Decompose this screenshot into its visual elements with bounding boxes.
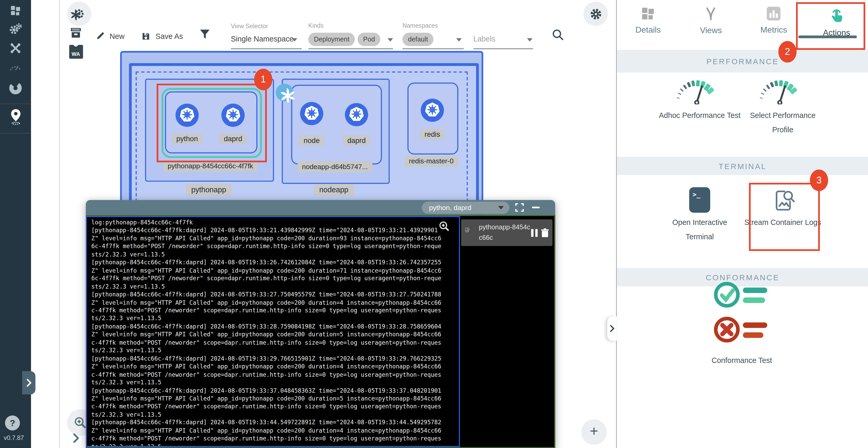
view-selector-value[interactable]: Single Namespace <box>231 35 293 43</box>
conformance-test-action[interactable] <box>711 279 772 349</box>
version-label: v0.7.87 <box>4 435 24 441</box>
pod-name-label: nodeapp-d64b5747... <box>298 161 372 172</box>
namespace-chip-default[interactable]: default <box>402 33 433 46</box>
location-pin-icon[interactable] <box>8 109 23 124</box>
terminal-body: log:pythonapp-8454cc66c-4f7fk [pythonapp… <box>86 215 555 448</box>
right-panel: Details Views Metrics Actions <box>616 0 868 448</box>
container-select[interactable]: python, daprd <box>422 202 509 214</box>
add-node-button[interactable]: + <box>581 419 607 445</box>
action-label[interactable]: Conformance Test <box>700 354 783 368</box>
action-label[interactable]: Adhoc Performance Test <box>658 109 741 123</box>
namespaces-underline <box>402 48 464 49</box>
tab-views[interactable]: Views <box>680 0 742 49</box>
filter-icon[interactable] <box>199 28 211 42</box>
wasm-icon[interactable]: WA <box>68 44 84 59</box>
section-header-terminal: TERMINAL <box>617 157 868 175</box>
chevron-down-icon[interactable] <box>388 38 393 41</box>
log-terminal-window: python, daprd log:pythonapp-8454cc66c-4f… <box>86 200 555 448</box>
kubernetes-container-icon[interactable] <box>344 102 369 127</box>
stream-logs-icon <box>464 227 475 238</box>
app-root: ? v0.7.87 WA New <box>0 0 868 448</box>
log-stream-list: pythonapp-8454cc66c <box>460 216 554 447</box>
fullscreen-icon[interactable] <box>515 203 524 214</box>
chevron-down-icon[interactable] <box>292 38 297 41</box>
gear-icon <box>589 7 602 20</box>
open-interactive-terminal-action[interactable]: >_ <box>689 187 710 213</box>
kubernetes-container-icon[interactable] <box>300 101 324 126</box>
minimize-icon[interactable] <box>532 207 540 208</box>
deployment-pythonapp[interactable]: python daprd pythonapp-8454cc66c-4f7fk <box>145 79 274 182</box>
container-select-value: python, daprd <box>429 204 471 211</box>
dapr-sidecar-icon <box>275 83 294 102</box>
save-as-button[interactable]: Save As <box>141 31 183 41</box>
save-icon <box>141 31 150 41</box>
lifecycle-gears-icon[interactable] <box>8 21 23 36</box>
settings-button[interactable] <box>584 2 608 26</box>
section-header-performance: PERFORMANCE <box>617 50 868 72</box>
performance-speedometer-icon[interactable] <box>8 59 23 74</box>
help-button[interactable]: ? <box>5 415 20 430</box>
kind-chip-deployment[interactable]: Deployment <box>308 33 355 46</box>
pencil-icon <box>96 32 104 40</box>
mesh-pie-icon[interactable] <box>8 80 23 96</box>
chevron-down-icon[interactable] <box>527 38 532 41</box>
stream-name: pythonapp-8454cc66c <box>479 222 531 243</box>
wasm-label: WA <box>72 51 80 57</box>
annotation-badge-2: 2 <box>778 41 797 63</box>
log-output[interactable]: log:pythonapp-8454cc66c-4f7fk [pythonapp… <box>86 216 460 447</box>
container-label: daprd <box>343 135 370 146</box>
kubernetes-container-icon[interactable] <box>420 98 444 122</box>
action-label[interactable]: Select Performance Profile <box>741 109 824 138</box>
pause-icon[interactable] <box>531 229 538 237</box>
view-selector-underline <box>231 48 302 49</box>
labels-filter[interactable]: Labels <box>473 35 495 43</box>
kinds-label: Kinds <box>308 22 323 29</box>
toolkit-icon[interactable] <box>8 40 23 56</box>
tab-metrics[interactable]: Metrics <box>742 0 805 49</box>
sidebar-expand-handle[interactable] <box>22 371 35 394</box>
pod-name-label: redis-master-0 <box>404 156 458 167</box>
help-label: ? <box>10 418 15 428</box>
sidebar-divider <box>0 133 31 133</box>
views-branch-icon <box>704 6 718 21</box>
primary-sidebar: ? v0.7.87 <box>0 0 31 448</box>
kinds-underline <box>308 48 393 49</box>
kind-chip-pod[interactable]: Pod <box>358 33 381 46</box>
archive-components-icon[interactable] <box>68 25 84 40</box>
annotation-box-3 <box>749 183 820 251</box>
tab-label: Metrics <box>760 25 787 34</box>
save-as-label: Save As <box>156 32 183 40</box>
canvas-area: New Save As View Selector Single Namespa… <box>59 0 616 448</box>
details-grid-icon <box>641 6 655 20</box>
tab-label: Details <box>636 25 661 34</box>
gauge-icon <box>675 78 724 108</box>
deployment-nodeapp[interactable]: node daprd nodeapp-d64b5747... <box>282 79 390 184</box>
namespaces-label: Namespaces <box>402 22 438 29</box>
deployment-label: pythonapp <box>186 183 231 196</box>
new-button[interactable]: New <box>96 31 124 41</box>
chevron-down-icon[interactable] <box>456 38 462 41</box>
labels-underline <box>473 48 533 49</box>
chevron-down-icon <box>498 206 504 209</box>
panel-collapse-handle[interactable] <box>607 316 617 340</box>
view-selector-label: View Selector <box>231 23 268 29</box>
action-label[interactable]: Open Interactive Terminal <box>658 215 741 245</box>
search-icon[interactable] <box>552 28 565 43</box>
annotation-box-1 <box>157 84 267 162</box>
select-performance-profile-action[interactable] <box>758 78 807 110</box>
log-stream-item[interactable]: pythonapp-8454cc66c <box>461 219 553 246</box>
metrics-bar-chart-icon <box>767 6 781 20</box>
sidebar-divider <box>0 103 31 104</box>
dashboard-icon[interactable] <box>8 3 23 18</box>
annotation-box-2 <box>796 2 865 50</box>
tab-details[interactable]: Details <box>617 0 680 49</box>
annotation-badge-1: 1 <box>254 69 272 90</box>
terminal-prompt-icon: >_ <box>692 190 701 198</box>
dapr-logo-icon[interactable] <box>68 7 84 23</box>
pod-redis[interactable]: redis <box>407 83 458 154</box>
gauge-icon <box>758 78 807 108</box>
trash-icon[interactable] <box>541 228 549 237</box>
secondary-sidebar-expand-icon[interactable] <box>68 430 84 446</box>
plus-icon: + <box>590 423 598 440</box>
adhoc-performance-test-action[interactable] <box>675 78 724 110</box>
